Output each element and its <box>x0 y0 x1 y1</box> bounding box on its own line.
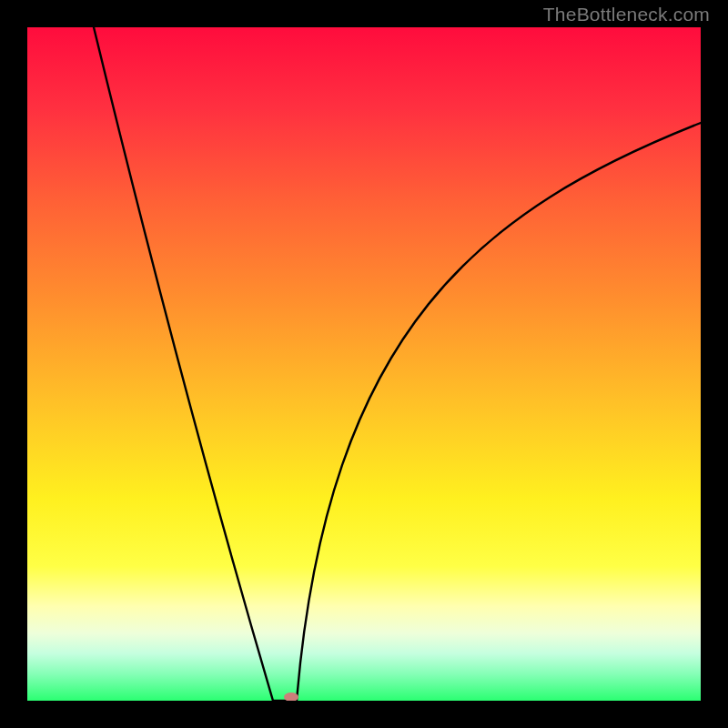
curve-path <box>94 27 701 701</box>
chart-frame <box>27 27 701 701</box>
watermark-text: TheBottleneck.com <box>543 4 710 25</box>
bottleneck-curve <box>27 27 701 701</box>
